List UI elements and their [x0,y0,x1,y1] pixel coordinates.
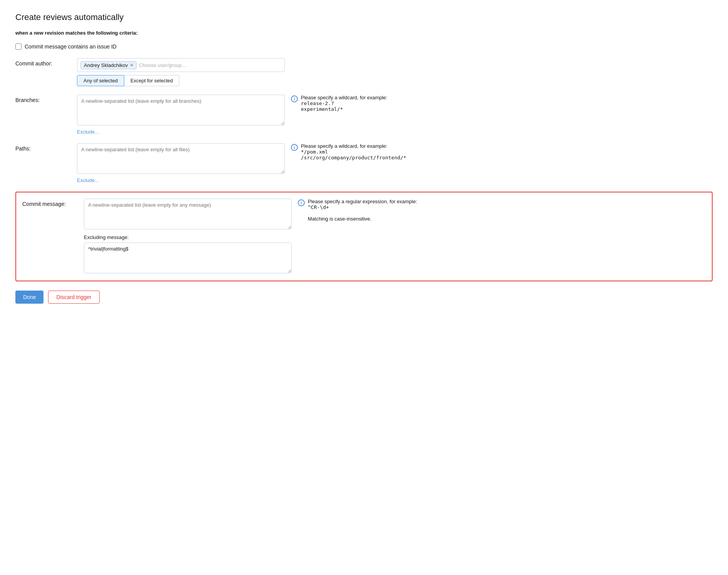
author-input-container[interactable]: Andrey Skladchikov × Choose user/group..… [77,58,285,72]
author-tag: Andrey Skladchikov × [80,61,137,69]
branches-hint: i Please specify a wildcard, for example… [291,95,387,112]
branches-info-icon: i [291,95,298,102]
branches-content: Exclude... [77,95,285,135]
paths-exclude-link[interactable]: Exclude... [77,177,99,183]
commit-message-hint-example: ^CR-\d+ [308,204,329,210]
done-button[interactable]: Done [15,291,43,304]
page-title: Create reviews automatically [15,12,713,22]
paths-info-icon: i [291,144,298,151]
commit-message-label: Commit message: [22,199,84,207]
branches-label: Branches: [15,95,77,103]
commit-message-info-icon: i [298,199,305,206]
commit-message-checkbox[interactable] [15,43,22,50]
paths-row: Paths: Exclude... i Please specify a wil… [15,143,713,183]
branches-hint-example2: experimental/* [301,106,343,112]
author-input-placeholder[interactable]: Choose user/group... [139,62,185,68]
author-tag-name: Andrey Skladchikov [84,62,128,68]
commit-message-hint-text: Please specify a regular expression, for… [308,199,417,222]
discard-button[interactable]: Discard trigger [48,291,99,304]
branches-hint-text: Please specify a wildcard, for example: … [301,95,387,112]
excluding-message-textarea[interactable]: ^trivial|formatting$ [84,242,292,273]
paths-hint-text: Please specify a wildcard, for example: … [301,143,406,160]
branches-exclude-link[interactable]: Exclude... [77,129,99,135]
commit-message-checkbox-label: Commit message contains an issue ID [25,43,117,50]
commit-message-checkbox-row: Commit message contains an issue ID [15,43,713,50]
toggle-except-button[interactable]: Except for selected [124,75,180,86]
commit-message-textarea[interactable] [84,199,292,229]
branches-textarea[interactable] [77,95,285,125]
commit-message-inner: Commit message: Excluding message: ^triv… [22,199,706,274]
commit-author-row: Commit author: Andrey Skladchikov × Choo… [15,58,713,86]
excluding-message-block: Excluding message: ^trivial|formatting$ [84,234,292,274]
commit-message-section: Commit message: Excluding message: ^triv… [15,192,713,281]
toggle-any-button[interactable]: Any of selected [77,75,124,86]
commit-message-hint: i Please specify a regular expression, f… [298,199,417,222]
paths-textarea[interactable] [77,143,285,174]
paths-hint-example2: /src/org/company/product/frontend/* [301,155,406,160]
commit-author-label: Commit author: [15,58,77,67]
paths-content: Exclude... [77,143,285,183]
toggle-button-group: Any of selected Except for selected [77,75,285,86]
branches-hint-example1: release-2.? [301,100,334,106]
action-buttons: Done Discard trigger [15,291,713,304]
commit-message-content: Excluding message: ^trivial|formatting$ [84,199,292,274]
excluding-message-label: Excluding message: [84,234,292,240]
paths-hint-example1: */pom.xml [301,149,328,155]
branches-row: Branches: Exclude... i Please specify a … [15,95,713,135]
commit-author-content: Andrey Skladchikov × Choose user/group..… [77,58,285,86]
author-tag-close-icon[interactable]: × [130,62,133,68]
paths-hint: i Please specify a wildcard, for example… [291,143,406,160]
commit-message-hint-note: Matching is case-insensitive. [308,216,371,222]
paths-label: Paths: [15,143,77,152]
page-subtitle: when a new revision matches the followin… [15,30,713,36]
